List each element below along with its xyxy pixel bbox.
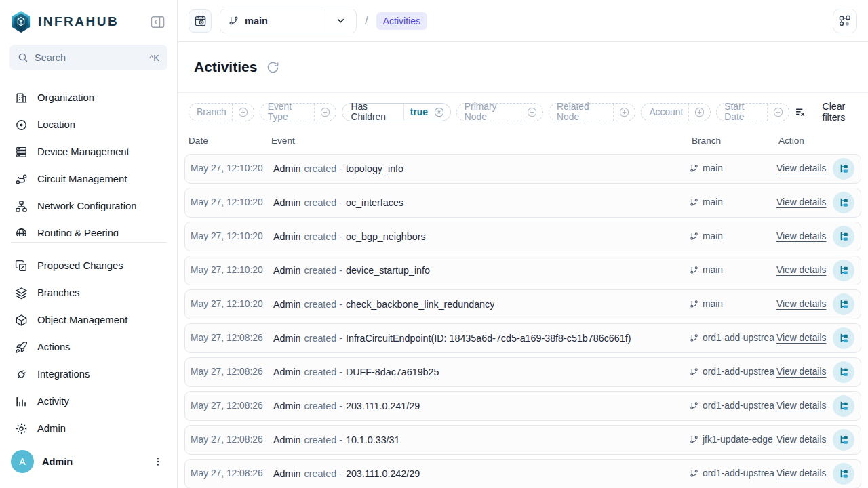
table-row: May 27, 12:10:20 Admin created - oc_bgp_… xyxy=(184,222,861,251)
view-details-link[interactable]: View details xyxy=(776,401,826,411)
view-details-link[interactable]: View details xyxy=(776,367,826,377)
filter-chip-account[interactable]: Account xyxy=(641,103,711,121)
row-actor: Admin xyxy=(273,434,301,445)
git-branch-icon xyxy=(690,401,698,410)
sidebar-item-activity[interactable]: Activity xyxy=(8,388,169,415)
related-tree-button[interactable] xyxy=(833,395,854,417)
search-shortcut: ^K xyxy=(149,53,159,63)
sidebar-item-routing-peering[interactable]: Routing & Peering xyxy=(8,220,169,236)
filter-chip-event-type[interactable]: Event Type xyxy=(260,103,337,121)
sidebar-item-label: Admin xyxy=(37,423,66,434)
search-input[interactable]: Search ^K xyxy=(9,45,167,70)
column-header-event: Event xyxy=(271,136,692,146)
related-tree-button[interactable] xyxy=(833,192,854,214)
related-tree-button[interactable] xyxy=(833,463,854,485)
row-actor: Admin xyxy=(273,367,301,378)
sidebar-item-object-management[interactable]: Object Management xyxy=(8,306,169,333)
row-object-link[interactable]: 203.111.0.242/29 xyxy=(346,468,420,479)
sidebar-item-branches[interactable]: Branches xyxy=(8,279,169,306)
sidebar-item-actions[interactable]: Actions xyxy=(8,333,169,361)
plus-circle-icon[interactable] xyxy=(232,104,254,121)
sidebar-collapse-button[interactable] xyxy=(149,13,166,30)
git-branch-icon xyxy=(229,16,239,26)
filter-x-icon xyxy=(795,106,806,118)
sidebar-item-label: Integrations xyxy=(37,369,90,380)
sidebar-item-organization[interactable]: Organization xyxy=(8,84,169,111)
kebab-menu-icon xyxy=(153,456,163,467)
schema-graph-button[interactable] xyxy=(833,9,857,33)
filter-chip-primary-node[interactable]: Primary Node xyxy=(456,103,543,121)
row-object-link[interactable]: check_backbone_link_redundancy xyxy=(346,299,494,310)
view-details-link[interactable]: View details xyxy=(776,299,826,309)
workflow-graph-icon xyxy=(838,14,852,28)
row-actor: Admin xyxy=(273,231,301,242)
row-event: Admin created - oc_bgp_neighbors xyxy=(273,231,690,242)
branch-selector[interactable]: main xyxy=(220,9,357,33)
row-object-link[interactable]: 203.111.0.241/29 xyxy=(346,401,420,411)
row-object-link[interactable]: device_startup_info xyxy=(346,265,430,276)
related-tree-button[interactable] xyxy=(833,226,854,247)
row-event: Admin created - DUFF-8dac7a619b25 xyxy=(273,367,690,378)
sidebar-item-device-management[interactable]: Device Management xyxy=(8,138,169,165)
row-verb: created - xyxy=(304,163,342,174)
plus-circle-icon[interactable] xyxy=(767,104,789,121)
row-branch-name: jfk1-update-edge xyxy=(703,434,773,445)
sidebar: INFRAHUB Search ^K Organization Location… xyxy=(0,0,178,488)
sidebar-item-location[interactable]: Location xyxy=(8,111,169,138)
row-object-link[interactable]: oc_bgp_neighbors xyxy=(346,231,426,242)
sidebar-item-admin[interactable]: Admin xyxy=(8,415,169,442)
row-event: Admin created - 203.111.0.241/29 xyxy=(273,401,690,411)
row-verb: created - xyxy=(304,299,342,310)
row-verb: created - xyxy=(304,401,342,411)
sidebar-item-label: Device Management xyxy=(37,146,130,157)
row-object-link[interactable]: InfraCircuitEndpoint(ID: 18435a6d-7cd5-a… xyxy=(346,333,631,344)
user-menu[interactable]: A Admin xyxy=(0,442,177,488)
plus-circle-icon[interactable] xyxy=(688,104,710,121)
view-details-link[interactable]: View details xyxy=(776,265,826,275)
list-tree-icon xyxy=(838,366,850,378)
filter-chip-branch[interactable]: Branch xyxy=(189,103,254,121)
sidebar-item-network-configuration[interactable]: Network Configuration xyxy=(8,192,169,220)
related-tree-button[interactable] xyxy=(833,361,854,383)
row-event: Admin created - check_backbone_link_redu… xyxy=(273,299,690,310)
plus-circle-icon[interactable] xyxy=(613,104,635,121)
row-object-link[interactable]: DUFF-8dac7a619b25 xyxy=(346,367,439,378)
related-tree-button[interactable] xyxy=(833,327,854,349)
refresh-button[interactable] xyxy=(265,60,281,75)
view-details-link[interactable]: View details xyxy=(776,333,826,343)
plus-circle-icon[interactable] xyxy=(314,104,336,121)
infrahub-logo-icon xyxy=(11,10,31,33)
time-travel-button[interactable] xyxy=(189,9,212,33)
row-actor: Admin xyxy=(273,333,301,344)
view-details-link[interactable]: View details xyxy=(776,468,826,479)
remove-filter-icon[interactable] xyxy=(432,104,450,121)
related-tree-button[interactable] xyxy=(833,293,854,315)
building-icon xyxy=(15,92,28,104)
sidebar-item-proposed-changes[interactable]: Proposed Changes xyxy=(8,252,169,279)
filter-chip-start-date[interactable]: Start Date xyxy=(716,103,789,121)
breadcrumb-current[interactable]: Activities xyxy=(376,12,427,30)
view-details-link[interactable]: View details xyxy=(776,163,826,174)
view-details-link[interactable]: View details xyxy=(776,434,826,445)
list-tree-icon xyxy=(838,400,850,411)
filter-chip-related-node[interactable]: Related Node xyxy=(549,103,635,121)
clear-filters-button[interactable]: Clear filters xyxy=(795,101,856,123)
row-branch: main xyxy=(690,197,776,207)
refresh-icon xyxy=(267,61,279,74)
view-details-link[interactable]: View details xyxy=(776,197,826,207)
row-branch: ord1-add-upstrea xyxy=(690,468,776,479)
sidebar-item-circuit-management[interactable]: Circuit Management xyxy=(8,165,169,192)
row-branch-name: ord1-add-upstrea xyxy=(703,468,774,479)
table-row: May 27, 12:10:20 Admin created - device_… xyxy=(184,256,861,285)
plus-circle-icon[interactable] xyxy=(521,104,542,121)
view-details-link[interactable]: View details xyxy=(776,231,826,241)
related-tree-button[interactable] xyxy=(833,429,854,451)
row-object-link[interactable]: topology_info xyxy=(346,163,403,174)
user-kebab-button[interactable] xyxy=(150,453,166,470)
sidebar-item-integrations[interactable]: Integrations xyxy=(8,361,169,388)
row-object-link[interactable]: oc_interfaces xyxy=(346,197,403,208)
row-object-link[interactable]: 10.1.0.33/31 xyxy=(346,434,400,445)
related-tree-button[interactable] xyxy=(833,158,854,180)
row-branch: jfk1-update-edge xyxy=(690,434,776,445)
related-tree-button[interactable] xyxy=(833,260,854,281)
